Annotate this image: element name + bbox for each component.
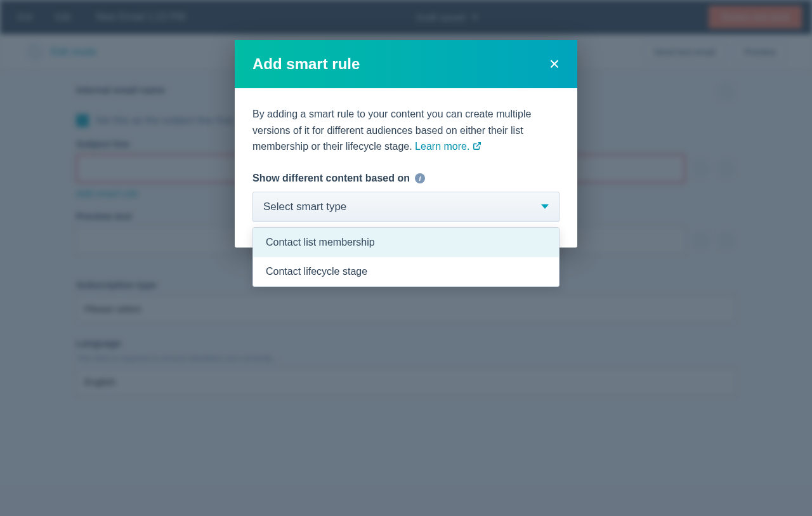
info-icon[interactable]: i — [415, 173, 425, 183]
smart-rule-modal: Add smart rule × By adding a smart rule … — [235, 40, 577, 248]
modal-body: By adding a smart rule to your content y… — [235, 88, 577, 248]
close-icon[interactable]: × — [549, 55, 560, 73]
external-link-icon — [473, 142, 481, 150]
learn-more-link[interactable]: Learn more. — [415, 141, 481, 152]
modal-description: By adding a smart rule to your content y… — [252, 106, 560, 155]
option-contact-list[interactable]: Contact list membership — [253, 228, 559, 257]
smart-type-label: Show different content based on i — [252, 173, 560, 184]
chevron-down-icon — [541, 204, 549, 209]
modal-overlay: Add smart rule × By adding a smart rule … — [0, 0, 812, 516]
smart-type-dropdown: Contact list membership Contact lifecycl… — [252, 227, 560, 287]
smart-type-select[interactable]: Select smart type — [252, 192, 560, 222]
modal-title: Add smart rule — [252, 55, 360, 73]
svg-line-0 — [476, 143, 480, 147]
option-lifecycle-stage[interactable]: Contact lifecycle stage — [253, 257, 559, 286]
select-placeholder: Select smart type — [263, 201, 346, 213]
modal-header: Add smart rule × — [235, 40, 577, 88]
